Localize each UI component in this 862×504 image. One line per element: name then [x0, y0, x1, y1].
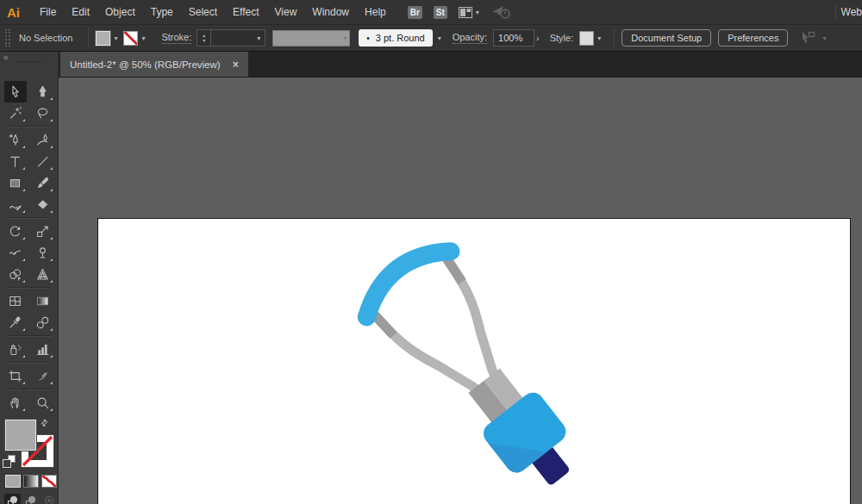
workspace-switcher[interactable]: ▾: [459, 7, 479, 18]
fill-proxy-swatch[interactable]: [5, 420, 36, 451]
gradient-icon: [35, 294, 50, 308]
blend-tool[interactable]: [32, 312, 54, 333]
shaper-tool[interactable]: [4, 194, 27, 215]
width-tool[interactable]: [4, 242, 27, 264]
chevron-down-icon: ▾: [343, 34, 347, 42]
close-tab-icon[interactable]: ×: [233, 59, 239, 71]
opacity-label[interactable]: Opacity:: [453, 32, 487, 44]
bridge-button[interactable]: Br: [408, 6, 422, 19]
menu-effect[interactable]: Effect: [225, 0, 266, 24]
symbol-sprayer-tool[interactable]: [4, 339, 27, 360]
menu-view[interactable]: View: [267, 0, 305, 24]
sync-status-icon[interactable]: [490, 4, 513, 20]
eraser-tool[interactable]: [32, 194, 54, 215]
stroke-weight-label[interactable]: Stroke:: [161, 32, 191, 44]
chevron-down-icon[interactable]: ▾: [822, 34, 826, 42]
rotate-icon: [8, 224, 22, 239]
hand-icon: [8, 395, 22, 410]
preferences-button[interactable]: Preferences: [718, 29, 788, 47]
curvature-tool[interactable]: [32, 129, 54, 151]
panel-grip[interactable]: [5, 29, 10, 47]
paintbrush-icon: [35, 176, 50, 190]
graphic-style-swatch[interactable]: [579, 31, 594, 46]
paintbrush-tool[interactable]: [32, 172, 54, 194]
stroke-weight-dropdown[interactable]: ▾: [210, 29, 265, 47]
panel-drag-grip[interactable]: [17, 61, 43, 63]
document-tab-strip: Untitled-2* @ 50% (RGB/Preview) ×: [59, 52, 862, 78]
rotate-tool[interactable]: [4, 221, 27, 242]
pen-tool[interactable]: [4, 129, 27, 151]
stroke-weight-stepper[interactable]: ▴ ▾: [197, 29, 210, 47]
shape-builder-icon: [8, 267, 22, 282]
canvas[interactable]: [59, 78, 862, 504]
mesh-tool[interactable]: [4, 290, 27, 312]
slice-tool[interactable]: [32, 365, 54, 387]
draw-inside-button[interactable]: [41, 494, 58, 504]
swap-fill-stroke-icon[interactable]: ⇄: [38, 417, 50, 429]
menu-type[interactable]: Type: [143, 0, 181, 24]
zoom-tool[interactable]: [32, 392, 54, 414]
chevron-down-icon[interactable]: ▾: [114, 34, 117, 42]
selection-tool[interactable]: [4, 81, 27, 103]
illustrator-logo: Ai: [7, 5, 20, 20]
none-button[interactable]: [41, 475, 57, 488]
tool-group-divider: [7, 126, 52, 128]
brush-definition-button[interactable]: • 3 pt. Round: [359, 29, 432, 47]
stock-button[interactable]: St: [434, 6, 447, 19]
stroke-color-swatch[interactable]: [123, 31, 138, 46]
puppet-warp-tool[interactable]: [32, 242, 54, 264]
perspective-grid-tool[interactable]: [32, 264, 54, 285]
width-icon: [8, 246, 22, 260]
color-type-buttons: [0, 471, 58, 488]
chevron-down-icon[interactable]: ▾: [597, 34, 601, 42]
puppet-warp-icon: [35, 246, 50, 260]
artboard-tool[interactable]: [4, 365, 27, 387]
rectangle-tool[interactable]: [4, 172, 27, 194]
chevron-down-icon: ▾: [476, 9, 479, 16]
select-similar-icon[interactable]: [798, 30, 817, 46]
eyedropper-icon: [8, 315, 22, 330]
collapse-panel-icon[interactable]: «: [3, 53, 9, 62]
document-setup-button[interactable]: Document Setup: [622, 29, 711, 47]
workspace-label[interactable]: Web: [841, 6, 862, 18]
chevron-down-icon[interactable]: ▾: [141, 34, 145, 42]
menu-edit[interactable]: Edit: [64, 0, 97, 24]
eyedropper-tool[interactable]: [4, 312, 27, 333]
crutch-right-leg: [419, 260, 541, 402]
scale-tool[interactable]: [32, 221, 54, 242]
default-fill-stroke-icon[interactable]: [3, 455, 16, 469]
menu-select[interactable]: Select: [181, 0, 225, 24]
draw-normal-button[interactable]: [4, 494, 21, 504]
variable-width-profile-dropdown[interactable]: ▾: [272, 30, 350, 47]
control-bar: No Selection ▾ ▾ Stroke: ▴ ▾ ▾ ▾ • 3 pt.…: [0, 24, 862, 52]
column-graph-tool[interactable]: [32, 339, 54, 360]
draw-behind-button[interactable]: [22, 494, 39, 504]
hand-tool[interactable]: [4, 392, 27, 414]
menu-help[interactable]: Help: [357, 0, 394, 24]
document-tab-title: Untitled-2* @ 50% (RGB/Preview): [70, 59, 221, 70]
line-segment-tool[interactable]: [32, 151, 54, 172]
type-icon: [8, 154, 22, 169]
fill-color-swatch[interactable]: [96, 31, 110, 46]
opacity-submenu-arrow[interactable]: ›: [536, 33, 540, 43]
document-tab[interactable]: Untitled-2* @ 50% (RGB/Preview) ×: [60, 52, 248, 77]
shape-builder-tool[interactable]: [4, 264, 27, 285]
chevron-down-icon[interactable]: ▾: [257, 34, 260, 42]
chevron-down-icon[interactable]: ▾: [438, 34, 441, 42]
color-button[interactable]: [5, 475, 21, 488]
tool-group-divider: [7, 335, 52, 337]
magic-wand-tool[interactable]: [4, 103, 27, 124]
tool-group-divider: [7, 389, 52, 390]
type-tool[interactable]: [4, 151, 27, 172]
lasso-tool[interactable]: [32, 103, 54, 124]
stepper-down-icon[interactable]: ▾: [203, 38, 205, 43]
none-slash-icon: [124, 32, 137, 45]
menu-window[interactable]: Window: [304, 0, 357, 24]
gradient-button[interactable]: [23, 475, 39, 488]
menu-file[interactable]: File: [32, 0, 64, 24]
symbol-sprayer-icon: [8, 342, 22, 357]
gradient-tool[interactable]: [32, 290, 54, 312]
menu-object[interactable]: Object: [97, 0, 143, 24]
opacity-input[interactable]: 100%: [493, 29, 534, 47]
direct-selection-tool[interactable]: [32, 81, 54, 103]
